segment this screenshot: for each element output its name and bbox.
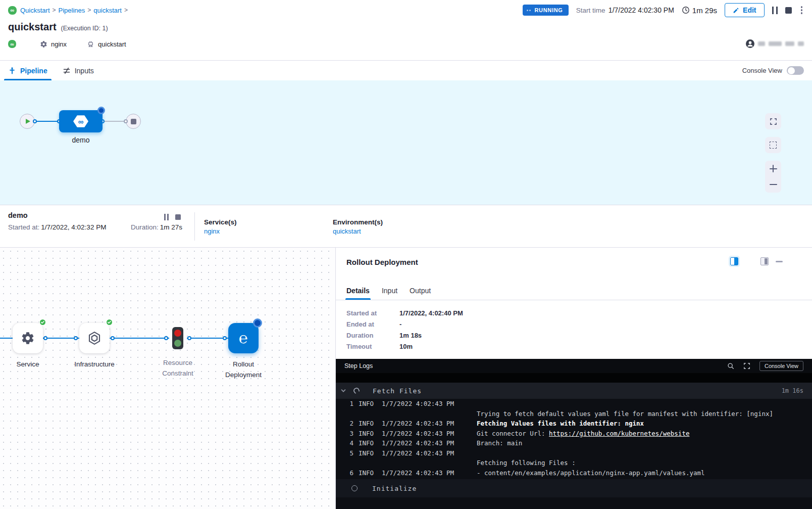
breadcrumb-project[interactable]: Quickstart [20, 7, 50, 14]
step-panel-title: Rollout Deployment [346, 258, 418, 266]
start-time-value: 1/7/2022 4:02:30 PM [608, 6, 674, 14]
end-node[interactable] [126, 114, 141, 129]
stage-name: demo [8, 211, 28, 219]
log-line-continuation: Trying to fetch default values yaml file… [336, 409, 812, 419]
step-logs-header: Step Logs Console View [336, 359, 812, 373]
execution-id: (Execution ID: 1) [61, 25, 108, 32]
expand-logs-icon[interactable] [743, 362, 750, 369]
section-running-spinner-icon [352, 387, 361, 395]
divider [336, 300, 812, 300]
step-node-rollout-deployment[interactable]: ℮ [228, 323, 259, 353]
step-node-service[interactable] [13, 323, 43, 353]
more-options-icon[interactable] [799, 5, 804, 16]
running-spinner-icon [527, 10, 531, 11]
top-header: ∞ Quickstart > Pipelines > quickstart > … [0, 0, 812, 20]
git-connector-link[interactable]: https://github.com/kubernetes/website [549, 430, 689, 437]
stop-square-icon [131, 119, 136, 124]
console-view-label: Console View [742, 67, 782, 74]
console-view-toggle[interactable] [787, 66, 804, 75]
tab-pipeline[interactable]: Pipeline [8, 61, 47, 80]
step-label-service: Service [13, 359, 43, 370]
play-icon [26, 119, 30, 124]
log-line: 1INFO1/7/2022 4:02:43 PM [336, 399, 812, 409]
header-actions: RUNNING Start time 1/7/2022 4:02:30 PM 1… [523, 3, 804, 17]
step-logs-title: Step Logs [344, 362, 373, 369]
breadcrumb-separator: > [87, 7, 91, 14]
detail-label: Timeout [346, 343, 399, 350]
minimize-panel-icon[interactable] [776, 261, 783, 262]
executor-info [746, 39, 804, 48]
zoom-in-button[interactable] [765, 161, 781, 177]
stage-stop-icon[interactable] [175, 214, 181, 220]
tab-output[interactable]: Output [410, 281, 431, 300]
redacted-text [758, 41, 765, 46]
redacted-text [769, 41, 782, 46]
divider [194, 212, 195, 241]
step-panel-tabs: Details Input Output [346, 281, 431, 300]
layout-split-right-icon[interactable] [730, 257, 738, 265]
traffic-light-red-icon [174, 330, 181, 337]
detail-label: Started at [346, 309, 399, 317]
harness-logo-icon: ∞ [8, 6, 17, 15]
environment-link[interactable]: quickstart [333, 227, 361, 235]
redacted-text [798, 41, 804, 46]
log-section-name: Fetch Files [373, 387, 422, 395]
success-check-icon [106, 318, 113, 326]
service-link[interactable]: nginx [204, 227, 220, 235]
elapsed-time: 1m 29s [692, 6, 717, 15]
log-lines: 1INFO1/7/2022 4:02:43 PM Trying to fetch… [336, 399, 812, 478]
stage-running-spinner-icon [97, 107, 105, 114]
detail-value: 10m [399, 343, 463, 350]
pause-execution-icon[interactable] [772, 7, 778, 14]
step-node-resource-constraint[interactable] [172, 327, 183, 349]
log-section-initialize[interactable]: Initialize [336, 479, 812, 497]
zoom-out-button[interactable] [765, 177, 781, 193]
rollout-deployment-icon: ℮ [239, 331, 248, 346]
fullscreen-button[interactable] [765, 113, 781, 129]
environment-tag[interactable]: quickstart [87, 40, 126, 48]
detail-value: 1m 18s [399, 332, 463, 339]
step-node-infrastructure[interactable] [79, 323, 110, 353]
tags-row: ∞ nginx quickstart [8, 40, 126, 48]
marquee-select-button[interactable] [765, 137, 781, 153]
service-tag[interactable]: nginx [40, 40, 67, 48]
search-icon[interactable] [727, 362, 734, 369]
stop-execution-icon[interactable] [785, 7, 792, 14]
duration-label: Duration: [131, 223, 159, 231]
log-section-fetch-files[interactable]: Fetch Files 1m 16s [336, 383, 812, 399]
environment-tag-label: quickstart [98, 40, 126, 48]
stage-details-bar: demo Started at:1/7/2022, 4:02:32 PM Dur… [0, 205, 812, 248]
stage-node-label: demo [59, 136, 103, 144]
step-graph-canvas[interactable]: ℮ Service Infrastructure Resource Constr… [0, 248, 335, 509]
pipeline-canvas[interactable]: ∞ demo [0, 80, 812, 205]
gear-icon [40, 40, 47, 48]
edit-button[interactable]: Edit [725, 3, 764, 17]
redacted-text [785, 41, 794, 46]
zoom-controls [765, 161, 781, 193]
chevron-down-icon [340, 388, 346, 394]
layout-panel-right-icon[interactable] [760, 257, 769, 265]
breadcrumb-pipelines[interactable]: Pipelines [59, 7, 85, 14]
tab-input[interactable]: Input [382, 281, 397, 300]
console-view-button[interactable]: Console View [759, 361, 803, 371]
environment-icon [87, 40, 94, 48]
gear-icon [21, 331, 35, 345]
marquee-icon [770, 142, 777, 149]
detail-value: 1/7/2022, 4:02:40 PM [399, 309, 463, 317]
environments-label: Environment(s) [333, 218, 383, 226]
step-logs-console: Step Logs Console View [336, 359, 812, 509]
duration-value: 1m 27s [160, 223, 182, 231]
breadcrumb-pipeline-name[interactable]: quickstart [93, 7, 122, 14]
log-line: 5INFO1/7/2022 4:02:43 PM [336, 448, 812, 458]
pipeline-icon [8, 67, 16, 75]
stage-controls [164, 214, 181, 220]
stage-pause-icon[interactable] [164, 214, 169, 220]
app-screen: ∞ Quickstart > Pipelines > quickstart > … [0, 0, 812, 509]
clock-icon [682, 6, 690, 14]
tab-details[interactable]: Details [346, 281, 370, 300]
cd-module-icon: ∞ [8, 40, 16, 48]
infrastructure-hexagon-icon [87, 331, 102, 346]
tab-inputs[interactable]: Inputs [63, 61, 94, 80]
stage-node-demo[interactable]: ∞ [59, 110, 103, 132]
section-pending-circle-icon [351, 485, 358, 491]
